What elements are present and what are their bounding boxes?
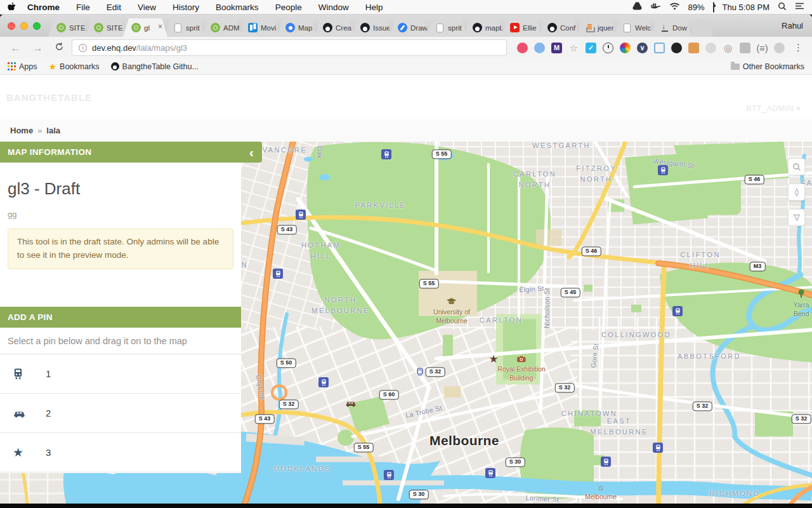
browser-tab[interactable]: mapb (464, 18, 504, 37)
extension-icon[interactable]: ☆ (568, 43, 579, 53)
extension-icon[interactable] (654, 43, 665, 53)
tab-close-icon[interactable]: × (158, 23, 162, 30)
tab-label: mapb (485, 24, 504, 32)
bookmark-apps[interactable]: Apps (8, 62, 37, 71)
tab-label: Issue (373, 24, 392, 32)
browser-tab[interactable]: Conf (539, 18, 579, 37)
tab-strip: SITESITEgl×spritADMMoviMapCreaIssueDraws… (48, 18, 691, 37)
extension-glyph: ∨ (639, 44, 645, 51)
site-info-icon[interactable]: i (79, 44, 87, 52)
menubar-item-help[interactable]: Help (357, 3, 391, 12)
apps-grid-icon (8, 62, 16, 70)
extension-icon[interactable] (688, 43, 699, 53)
extension-icon[interactable]: ✓ (586, 43, 596, 53)
extension-glyph: ☆ (570, 43, 578, 53)
admin-user-menu[interactable]: BTT_ADMIN ▾ (746, 104, 801, 113)
sidebar-collapse-button[interactable]: ‹ (241, 142, 262, 163)
extension-icon[interactable] (740, 43, 750, 53)
breadcrumb-home[interactable]: Home (10, 126, 33, 135)
apple-menu-icon[interactable] (8, 3, 16, 12)
browser-profile-name[interactable]: Rahul (782, 21, 803, 30)
url-host: dev.ehq.dev (92, 43, 136, 53)
browser-tab[interactable]: Map (277, 18, 317, 37)
other-bookmarks[interactable]: Other Bookmarks (731, 62, 804, 71)
menubar-item-edit[interactable]: Edit (98, 3, 129, 12)
site-brand[interactable]: BANGTHETABLE (6, 92, 92, 103)
extension-icon[interactable] (534, 43, 545, 53)
docker-icon[interactable] (650, 2, 661, 12)
wifi-icon[interactable] (669, 2, 680, 12)
menubar-item-file[interactable]: File (68, 3, 98, 12)
menubar-item-bookmarks[interactable]: Bookmarks (207, 3, 267, 12)
bookmark-bangthetable-github[interactable]: BangtheTable Githu... (111, 62, 199, 71)
browser-tab[interactable]: Crea (315, 18, 355, 37)
new-tab-button[interactable] (690, 20, 713, 37)
browser-window: SITESITEgl×spritADMMoviMapCreaIssueDraws… (0, 15, 812, 504)
browser-tab[interactable]: Movi (240, 18, 280, 37)
tab-label: jquer (598, 24, 617, 32)
extension-icon[interactable]: (≡) (757, 43, 768, 53)
tab-label: Movi (261, 24, 280, 32)
pin-row-1[interactable]: 1 (0, 354, 241, 394)
extension-icon[interactable]: M (551, 43, 562, 53)
minimize-window-button[interactable] (20, 22, 28, 30)
close-window-button[interactable] (8, 22, 15, 30)
browser-tab[interactable]: Ellie (502, 18, 542, 37)
browser-tab[interactable]: Welc (614, 18, 654, 37)
pin-label: 3 (46, 447, 51, 458)
github-favicon-icon (323, 23, 332, 32)
browser-tab[interactable]: gl× (123, 18, 167, 37)
macos-menubar: ChromeFileEditViewHistoryBookmarksPeople… (0, 0, 812, 15)
extension-icon[interactable] (671, 43, 682, 53)
browser-tab[interactable]: jquer (577, 18, 617, 37)
spotlight-icon[interactable] (778, 2, 787, 13)
browser-tab[interactable]: sprit (427, 18, 467, 37)
forward-button[interactable]: → (29, 43, 47, 53)
menubar-item-people[interactable]: People (267, 3, 310, 12)
map-information-header: MAP INFORMATION (0, 142, 241, 163)
menubar-item-history[interactable]: History (164, 3, 207, 12)
pin-row-2[interactable]: 2 (0, 394, 241, 433)
browser-tab[interactable]: sprit (165, 18, 205, 37)
extension-glyph: ✓ (588, 44, 594, 51)
tab-label: SITE (69, 24, 88, 32)
github-icon (111, 62, 119, 70)
fullscreen-window-button[interactable] (33, 22, 41, 30)
browser-tab[interactable]: Dow (652, 18, 691, 37)
extension-icon[interactable]: ◎ (723, 43, 733, 53)
bookmark-folder-bookmarks[interactable]: ★ Bookmarks (49, 62, 100, 72)
extension-icon[interactable] (620, 43, 631, 53)
refresh-button[interactable] (51, 42, 68, 53)
browser-tab[interactable]: SITE (48, 18, 88, 37)
map-filter-control[interactable] (788, 209, 805, 226)
browser-tab[interactable]: Issue (352, 18, 392, 37)
map-compass-control[interactable] (788, 184, 805, 201)
menubar-item-window[interactable]: Window (310, 3, 357, 12)
tab-label: Welc (635, 24, 654, 32)
control-center-icon[interactable] (795, 2, 804, 12)
extension-icon[interactable] (603, 43, 613, 53)
menubar-item-view[interactable]: View (129, 3, 164, 12)
back-button[interactable]: ← (6, 43, 25, 53)
tab-label: Crea (336, 24, 355, 32)
add-a-pin-title: ADD A PIN (8, 312, 53, 322)
map-search-control[interactable] (788, 158, 805, 175)
address-bar[interactable]: i dev.ehq.dev/lala/maps/gl3 (72, 39, 507, 56)
extension-icon[interactable] (517, 43, 528, 53)
tab-label: sprit (186, 24, 205, 32)
menubar-item-chrome[interactable]: Chrome (21, 3, 68, 12)
pin-label: 2 (46, 408, 51, 418)
extension-icon[interactable] (774, 43, 785, 53)
browser-tab[interactable]: SITE (86, 18, 126, 37)
menubar-clock[interactable]: Thu 5:08 PM (723, 3, 769, 12)
pin-row-3[interactable]: ★ 3 (0, 433, 241, 472)
extension-icon[interactable] (705, 43, 716, 53)
bookmark-github-label: BangtheTable Githu... (122, 62, 199, 71)
pin-label: 1 (46, 368, 51, 379)
admin-user-label: BTT_ADMIN (746, 104, 794, 113)
extension-icon[interactable]: ∨ (637, 43, 648, 53)
browser-tab[interactable]: ADM (202, 18, 242, 37)
browser-tab[interactable]: Draw (390, 18, 429, 37)
drive-icon[interactable] (632, 2, 642, 12)
browser-menu-button[interactable]: ⋮ (789, 42, 806, 53)
